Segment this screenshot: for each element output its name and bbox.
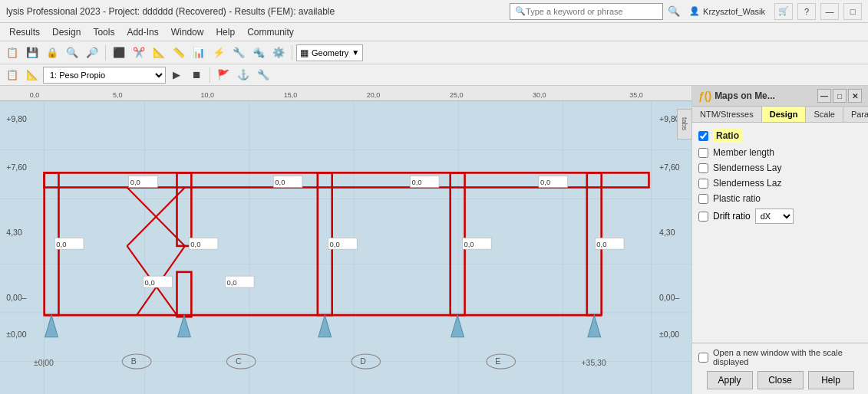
- menu-window[interactable]: Window: [165, 25, 210, 39]
- check-slenderness-laz: Slenderness Laz: [698, 178, 862, 189]
- tb-btn-1[interactable]: 📋: [3, 44, 21, 62]
- tab-scale[interactable]: Scale: [806, 107, 843, 122]
- cart-icon[interactable]: 🛒: [774, 3, 793, 20]
- open-window-label: Open a new window with the scale display…: [713, 348, 862, 366]
- tb2-icon[interactable]: 📐: [23, 66, 41, 84]
- help-title-btn[interactable]: ?: [797, 3, 816, 20]
- close-button[interactable]: Close: [757, 371, 804, 389]
- svg-text:+7,60: +7,60: [6, 163, 27, 172]
- svg-text:0,0: 0,0: [330, 240, 340, 248]
- title-bar: lysis Professional 2023 - Project: ddddd…: [0, 0, 868, 23]
- slenderness-lay-checkbox[interactable]: [698, 163, 708, 173]
- tb-btn-7[interactable]: 📐: [150, 44, 168, 62]
- menu-tools[interactable]: Tools: [87, 25, 120, 39]
- tb-btn-11[interactable]: 🔧: [229, 44, 248, 62]
- panel-header: ƒ() Maps on Me... — □ ✕: [692, 86, 868, 107]
- ruler-horizontal: 0,0 5,0 10,0 15,0 20,0 25,0 30,0 35,0: [0, 86, 691, 101]
- tb-btn-zoom[interactable]: 🔎: [83, 44, 101, 62]
- svg-text:0,0: 0,0: [464, 240, 474, 248]
- tb2-btn-flag[interactable]: 🚩: [214, 66, 233, 84]
- ratio-checkbox[interactable]: [698, 131, 708, 141]
- open-window-checkbox[interactable]: [698, 353, 708, 363]
- tb-btn-2[interactable]: 💾: [23, 44, 41, 62]
- svg-text:4,30: 4,30: [6, 228, 22, 237]
- svg-text:±0,00: ±0,00: [6, 330, 26, 339]
- toolbar1: 📋 💾 🔒 🔍 🔎 ⬛ ✂️ 📐 📏 📊 ⚡ 🔧 🔩 ⚙️ ▦ Geometry…: [0, 41, 868, 64]
- tb-btn-9[interactable]: 📊: [190, 44, 208, 62]
- panel-maximize-btn[interactable]: □: [833, 89, 847, 103]
- sep1: [105, 45, 106, 61]
- geometry-icon: ▦: [300, 48, 309, 58]
- search-box[interactable]: 🔍: [510, 3, 663, 20]
- menu-help[interactable]: Help: [210, 25, 241, 39]
- load-combo[interactable]: 1: Peso Propio: [43, 67, 166, 84]
- search-icon: 🔍: [515, 6, 526, 16]
- member-length-checkbox[interactable]: [698, 148, 708, 158]
- tb-btn-8[interactable]: 📏: [170, 44, 188, 62]
- svg-text:±0,00: ±0,00: [659, 330, 679, 339]
- tb-btn-13[interactable]: ⚙️: [269, 44, 288, 62]
- tb-btn-12[interactable]: 🔩: [249, 44, 268, 62]
- tb2-btn-1[interactable]: 📋: [3, 66, 21, 84]
- tb2-btn-stop[interactable]: ⏹: [187, 66, 206, 84]
- tb-btn-search[interactable]: 🔍: [63, 44, 81, 62]
- svg-text:E: E: [495, 356, 500, 366]
- drift-ratio-checkbox[interactable]: [698, 212, 708, 222]
- slenderness-laz-checkbox[interactable]: [698, 179, 708, 189]
- help-button[interactable]: Help: [808, 371, 854, 389]
- svg-text:+7,60: +7,60: [659, 163, 680, 172]
- svg-marker-60: [451, 315, 464, 337]
- footer-buttons: Apply Close Help: [698, 371, 862, 389]
- panel-minimize-btn[interactable]: —: [817, 89, 831, 103]
- tb-btn-lock[interactable]: 🔒: [43, 44, 61, 62]
- ruler-mark-6: 30,0: [533, 91, 546, 99]
- tb-btn-5[interactable]: ⬛: [110, 44, 128, 62]
- check-slenderness-lay: Slenderness Lay: [698, 163, 862, 173]
- search-magnifier-icon: 🔍: [668, 5, 680, 17]
- ruler-mark-4: 20,0: [367, 91, 381, 99]
- svg-marker-61: [588, 315, 601, 337]
- tb2-btn-run[interactable]: ▶: [167, 66, 186, 84]
- check-plastic-ratio: Plastic ratio: [698, 193, 862, 204]
- svg-text:0,0: 0,0: [275, 178, 285, 186]
- geometry-dropdown[interactable]: ▦ Geometry ▼: [296, 44, 363, 61]
- search-input[interactable]: [526, 7, 649, 16]
- svg-text:+35,30: +35,30: [581, 358, 606, 367]
- ruler-mark-7: 35,0: [629, 91, 643, 99]
- plastic-ratio-checkbox[interactable]: [698, 194, 708, 204]
- side-panel: tabs ƒ() Maps on Me... — □ ✕ NTM/Stresse…: [691, 86, 868, 394]
- tb-btn-6[interactable]: ✂️: [130, 44, 148, 62]
- tb2-btn-anchor[interactable]: ⚓: [234, 66, 252, 84]
- plastic-ratio-label: Plastic ratio: [713, 193, 761, 204]
- panel-title: Maps on Me...: [715, 90, 775, 101]
- user-icon: 👤: [689, 6, 700, 16]
- svg-text:0,00–: 0,00–: [659, 293, 679, 302]
- menu-addins[interactable]: Add-Ins: [120, 25, 164, 39]
- panel-close-btn[interactable]: ✕: [848, 89, 862, 103]
- tab-ntm-stresses[interactable]: NTM/Stresses: [692, 107, 762, 122]
- maximize-btn[interactable]: □: [843, 3, 862, 20]
- username: Krzysztof_Wasik: [703, 7, 765, 16]
- svg-text:4,30: 4,30: [659, 228, 675, 237]
- menu-results[interactable]: Results: [3, 25, 46, 39]
- tb2-btn-settings[interactable]: 🔧: [254, 66, 272, 84]
- tab-parameters[interactable]: Parameters: [843, 107, 868, 122]
- svg-rect-26: [177, 272, 191, 317]
- apply-button[interactable]: Apply: [707, 371, 753, 389]
- ruler-mark-5: 25,0: [450, 91, 464, 99]
- menu-design[interactable]: Design: [46, 25, 87, 39]
- menu-bar: Results Design Tools Add-Ins Window Help…: [0, 23, 868, 41]
- ruler-mark-0: 0,0: [30, 91, 40, 99]
- svg-text:0,0: 0,0: [56, 240, 66, 248]
- minimize-btn[interactable]: —: [820, 3, 839, 20]
- svg-text:0,0: 0,0: [596, 240, 606, 248]
- drift-select[interactable]: dX dY dZ: [755, 208, 794, 224]
- ruler-mark-3: 15,0: [284, 91, 298, 99]
- tb-btn-10[interactable]: ⚡: [210, 44, 228, 62]
- menu-community[interactable]: Community: [241, 25, 300, 39]
- svg-text:0,0: 0,0: [226, 278, 236, 287]
- tabs-vertical-label[interactable]: tabs: [677, 109, 692, 140]
- svg-text:0,0: 0,0: [411, 178, 421, 186]
- check-member-length: Member length: [698, 147, 862, 158]
- tab-design[interactable]: Design: [762, 107, 807, 122]
